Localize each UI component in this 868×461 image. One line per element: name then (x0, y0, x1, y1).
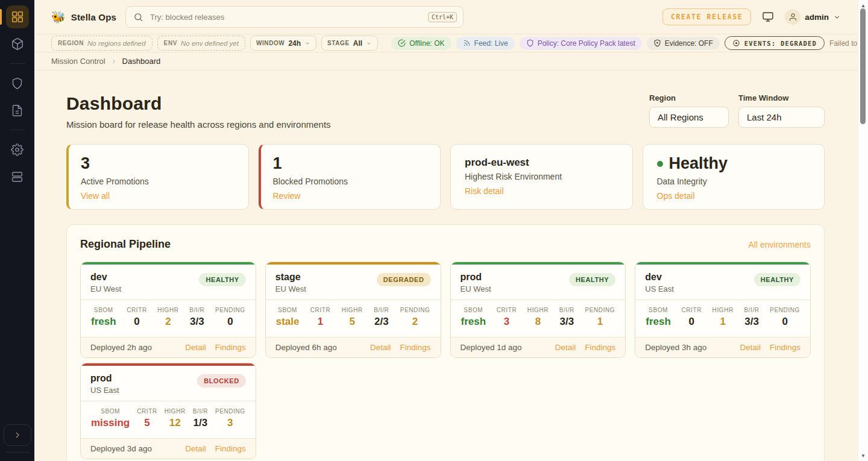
user-icon (788, 13, 797, 22)
env-value: No env defined yet (181, 40, 239, 47)
all-environments-link[interactable]: All environments (749, 240, 811, 249)
sidebar-item-releases[interactable] (6, 33, 29, 55)
status-badge: BLOCKED (197, 374, 246, 387)
detail-link[interactable]: Detail (185, 444, 206, 453)
card-label: Highest Risk Environment (465, 172, 618, 181)
brand: 🐝 Stella Ops (51, 11, 116, 23)
search-input[interactable] (149, 12, 423, 22)
stat-label: PENDING (215, 307, 245, 313)
findings-link[interactable]: Findings (400, 343, 430, 352)
page-subtitle: Mission board for release health across … (66, 119, 331, 130)
scrollbar-thumb[interactable] (860, 8, 866, 124)
stat-value: 2 (157, 316, 178, 328)
pipeline-card: stage EU West DEGRADED SBOMstale CRITR1 … (265, 262, 441, 358)
policy-status-chip[interactable]: Policy: Core Policy Pack latest (520, 37, 642, 50)
context-bar: REGION No regions defined ENV No env def… (34, 34, 858, 52)
stat-value: stale (276, 316, 300, 328)
deployed-time: Deployed 2h ago (90, 343, 152, 352)
stat-value: 8 (527, 316, 549, 328)
stat-label: PENDING (400, 307, 430, 313)
sidebar-item-settings[interactable] (6, 138, 29, 161)
risk-detail-link[interactable]: Risk detail (465, 186, 504, 196)
env-context-chip[interactable]: ENV No env defined yet (157, 36, 245, 51)
region-filter-value: All Regions (658, 112, 703, 122)
scroll-down-arrow[interactable]: ▼ (858, 451, 868, 460)
check-circle-icon (398, 39, 406, 47)
stat-label: CRITR (497, 307, 517, 313)
sidebar-item-infrastructure[interactable] (6, 165, 29, 188)
sidebar-divider (10, 63, 25, 64)
stat-label: PENDING (215, 408, 245, 415)
search-icon (133, 12, 143, 22)
stat-value: 1 (310, 316, 331, 328)
region-value: No regions defined (87, 40, 146, 47)
time-window-filter-label: Time Window (738, 93, 825, 102)
status-badge: DEGRADED (377, 273, 431, 286)
evidence-status-chip[interactable]: Evidence: OFF (647, 37, 720, 50)
stat-label: CRITR (310, 307, 331, 313)
view-all-link[interactable]: View all (81, 191, 110, 201)
status-badge: HEALTHY (199, 273, 245, 286)
sidebar-item-documents[interactable] (6, 99, 29, 122)
sidebar-collapse-button[interactable] (4, 424, 31, 446)
regional-pipeline-panel: Regional Pipeline All environments dev E… (66, 224, 825, 461)
findings-link[interactable]: Findings (585, 343, 615, 352)
blocked-promotions-card: 1 Blocked Promotions Review (259, 144, 441, 210)
stat-label: CRITR (137, 408, 157, 415)
region-filter-select[interactable]: All Regions (649, 107, 729, 128)
environment-name: prod (90, 373, 119, 384)
pipeline-card: dev EU West HEALTHY SBOMfresh CRITR0 HIG… (80, 262, 256, 358)
data-integrity-card: Healthy Data Integrity Ops detail (643, 144, 825, 210)
ops-detail-link[interactable]: Ops detail (657, 191, 695, 201)
stat-value: 3/3 (559, 316, 574, 328)
detail-link[interactable]: Detail (555, 343, 576, 352)
app-name: Stella Ops (71, 12, 116, 22)
offline-status-chip[interactable]: Offline: OK (391, 37, 451, 50)
sidebar-item-dashboard[interactable] (6, 5, 29, 28)
create-release-button[interactable]: CREATE RELEASE (662, 8, 751, 25)
display-mode-button[interactable] (762, 11, 774, 23)
window-label: WINDOW (256, 40, 285, 46)
findings-link[interactable]: Findings (215, 444, 246, 453)
pipeline-card: prod US East BLOCKED SBOMmissing CRITR5 … (80, 363, 256, 459)
time-window-filter-select[interactable]: Last 24h (738, 107, 825, 128)
stat-label: SBOM (646, 307, 671, 313)
events-status-pill[interactable]: EVENTS: DEGRADED (725, 36, 825, 50)
breadcrumb-parent[interactable]: Mission Control (51, 57, 105, 66)
user-menu[interactable]: admin (785, 9, 841, 25)
panel-title: Regional Pipeline (80, 238, 171, 251)
stat-label: HIGHR (712, 307, 734, 313)
chip-label: Policy: Core Policy Pack latest (538, 39, 635, 48)
sidebar-item-security[interactable] (6, 72, 29, 95)
findings-link[interactable]: Findings (770, 343, 800, 352)
stage-select[interactable]: STAGE All (321, 36, 378, 51)
rss-icon (463, 39, 471, 47)
review-link[interactable]: Review (273, 191, 301, 201)
environment-name: stage (275, 272, 306, 283)
deployed-time: Deployed 1d ago (461, 343, 522, 352)
monitor-icon (762, 11, 774, 23)
environment-region: EU West (461, 284, 491, 293)
card-label: Data Integrity (657, 177, 811, 186)
stat-label: HIGHR (342, 307, 363, 313)
stat-label: B/I/R (744, 307, 759, 313)
stat-label: HIGHR (157, 307, 178, 313)
findings-link[interactable]: Findings (215, 343, 246, 352)
global-search[interactable]: Ctrl+K (125, 6, 464, 28)
servers-icon (11, 171, 24, 183)
pipeline-card: prod EU West HEALTHY SBOMfresh CRITR3 HI… (450, 262, 626, 358)
stat-label: PENDING (770, 307, 800, 313)
stat-label: HIGHR (165, 408, 186, 415)
window-select[interactable]: WINDOW 24h (250, 36, 316, 51)
feed-status-chip[interactable]: Feed: Live (456, 37, 515, 50)
stat-label: CRITR (681, 307, 702, 313)
health-dot (657, 161, 663, 167)
detail-link[interactable]: Detail (370, 343, 391, 352)
detail-link[interactable]: Detail (185, 343, 206, 352)
stat-value: 5 (137, 417, 157, 429)
detail-link[interactable]: Detail (740, 343, 761, 352)
page-scrollbar[interactable]: ▲ ▼ (858, 0, 868, 461)
region-context-chip[interactable]: REGION No regions defined (51, 36, 153, 51)
app-window: 🐝 Stella Ops Ctrl+K CREATE RELEASE (0, 0, 868, 461)
app-logo: 🐝 (51, 11, 66, 23)
